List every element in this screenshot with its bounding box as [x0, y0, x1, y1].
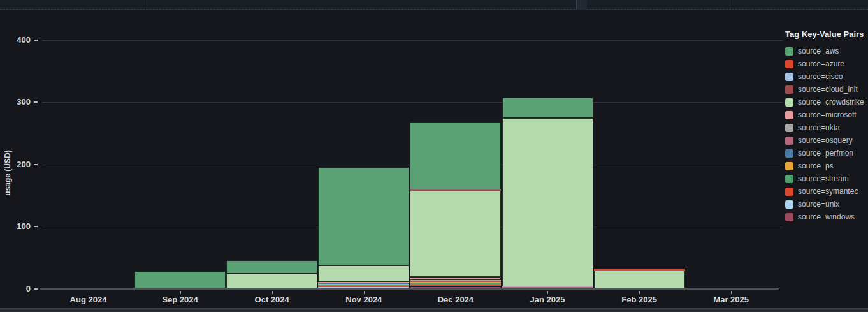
bar-segment-dec-2024-okta[interactable] — [410, 280, 501, 281]
x-tick-label: Sep 2024 — [152, 295, 209, 304]
legend-item-symantec[interactable]: source=symantec — [785, 185, 867, 198]
legend-swatch-icon — [785, 213, 793, 221]
legend-item-label: source=microsoft — [798, 110, 857, 119]
x-tick-mark — [731, 291, 732, 294]
legend-swatch-icon — [785, 98, 793, 107]
legend-item-label: source=unix — [798, 200, 839, 209]
bar-segment-oct-2024-crowdstrike[interactable] — [226, 274, 317, 288]
legend-item-label: source=perfmon — [798, 149, 853, 158]
legend-title: Tag Key-Value Pairs — [785, 29, 867, 39]
bar-segment-sep-2024-aws[interactable] — [134, 271, 226, 288]
y-tick-mark — [34, 226, 38, 227]
legend-items: source=awssource=azuresource=ciscosource… — [785, 45, 867, 223]
legend-swatch-icon — [785, 137, 793, 145]
bar-segment-dec-2024-perfmon[interactable] — [410, 281, 501, 282]
x-tick-label: Feb 2025 — [611, 295, 668, 304]
legend-item-perfmon[interactable]: source=perfmon — [785, 147, 867, 160]
bar-segment-feb-2025-azure[interactable] — [594, 269, 685, 271]
legend-swatch-icon — [785, 124, 793, 132]
bar-segment-dec-2024-crowdstrike[interactable] — [410, 191, 501, 277]
legend-item-label: source=crowdstrike — [798, 98, 864, 107]
x-tick-mark — [547, 291, 548, 294]
x-tick-label: Oct 2024 — [243, 295, 301, 304]
legend-item-label: source=cloud_init — [798, 85, 858, 94]
legend-swatch-icon — [785, 47, 793, 56]
bar-segment-dec-2024-symantec[interactable] — [410, 285, 501, 286]
bar-segment-dec-2024-aws[interactable] — [410, 122, 501, 189]
x-tick-label: Jan 2025 — [519, 295, 576, 304]
chrome-strip-divider — [145, 0, 145, 10]
legend-swatch-icon — [785, 162, 793, 170]
legend-item-okta[interactable]: source=okta — [785, 121, 867, 134]
bottom-scroll-strip[interactable] — [0, 308, 868, 312]
bar-segment-nov-2024-stream[interactable] — [318, 285, 409, 286]
y-gridline — [42, 40, 783, 41]
y-tick-label: 100 — [5, 222, 31, 231]
legend-item-label: source=ps — [798, 161, 834, 170]
legend-item-windows[interactable]: source=windows — [785, 211, 867, 223]
legend: Tag Key-Value Pairs source=awssource=azu… — [785, 29, 867, 223]
legend-swatch-icon — [785, 149, 793, 158]
x-tick-mark — [456, 291, 456, 294]
legend-item-osquery[interactable]: source=osquery — [785, 134, 867, 147]
y-tick-mark — [34, 164, 38, 165]
bar-segment-nov-2024-microsoft[interactable] — [318, 282, 409, 283]
y-tick-mark — [34, 101, 38, 103]
bar-segment-nov-2024-symantec[interactable] — [318, 286, 409, 286]
y-gridline — [42, 102, 783, 103]
legend-item-label: source=symantec — [798, 187, 858, 196]
x-tick-label: Dec 2024 — [427, 295, 484, 304]
legend-item-label: source=azure — [798, 59, 844, 68]
y-tick-label: 0 — [5, 285, 31, 293]
legend-swatch-icon — [785, 188, 793, 196]
browser-chrome-strip — [0, 0, 868, 10]
x-tick-mark — [639, 291, 640, 294]
x-tick-mark — [364, 291, 365, 294]
legend-item-cloud_init[interactable]: source=cloud_init — [785, 83, 867, 96]
legend-item-label: source=aws — [798, 47, 839, 56]
chrome-strip-divider — [732, 0, 732, 10]
legend-item-label: source=osquery — [798, 136, 853, 145]
y-tick-label: 400 — [5, 36, 31, 45]
bar-segment-dec-2024-microsoft[interactable] — [410, 277, 501, 280]
legend-item-label: source=windows — [798, 212, 855, 221]
bar-segment-dec-2024-stream[interactable] — [410, 283, 501, 285]
legend-item-stream[interactable]: source=stream — [785, 172, 867, 185]
bar-segment-nov-2024-aws[interactable] — [318, 167, 409, 266]
y-tick-mark — [34, 288, 38, 290]
legend-item-ps[interactable]: source=ps — [785, 160, 867, 172]
legend-item-label: source=stream — [798, 174, 849, 183]
bar-segment-feb-2025-aws[interactable] — [594, 269, 685, 269]
bar-segment-oct-2024-aws[interactable] — [226, 260, 317, 274]
x-tick-mark — [272, 291, 273, 294]
bar-segment-jan-2025-osquery[interactable] — [502, 287, 593, 288]
legend-item-label: source=okta — [798, 123, 840, 132]
y-axis-title: usage (USD) — [3, 138, 12, 208]
legend-item-azure[interactable]: source=azure — [785, 57, 867, 70]
usage-stacked-bar-chart: usage (USD) 0100200300400Aug 2024Sep 202… — [0, 10, 868, 308]
legend-item-unix[interactable]: source=unix — [785, 198, 867, 211]
x-tick-label: Mar 2025 — [702, 295, 760, 304]
legend-swatch-icon — [785, 60, 793, 68]
x-tick-mark — [89, 291, 89, 294]
bar-segment-nov-2024-unix[interactable] — [318, 287, 409, 288]
legend-item-aws[interactable]: source=aws — [785, 45, 867, 57]
legend-swatch-icon — [785, 73, 793, 81]
y-tick-label: 200 — [5, 160, 31, 169]
legend-item-crowdstrike[interactable]: source=crowdstrike — [785, 96, 867, 108]
y-tick-mark — [34, 40, 38, 41]
legend-swatch-icon — [785, 111, 793, 119]
bar-segment-dec-2024-azure[interactable] — [410, 189, 501, 190]
legend-item-microsoft[interactable]: source=microsoft — [785, 108, 867, 121]
legend-swatch-icon — [785, 200, 793, 209]
bar-segment-jan-2025-microsoft[interactable] — [502, 286, 593, 287]
x-tick-mark — [180, 291, 181, 294]
x-axis-line — [40, 288, 779, 290]
bar-segment-dec-2024-unix[interactable] — [410, 286, 501, 286]
legend-item-cisco[interactable]: source=cisco — [785, 70, 867, 83]
bar-segment-jan-2025-crowdstrike[interactable] — [502, 118, 593, 286]
bar-segment-nov-2024-crowdstrike[interactable] — [318, 265, 409, 281]
bar-segment-jan-2025-aws[interactable] — [502, 98, 593, 118]
bar-segment-feb-2025-crowdstrike[interactable] — [594, 271, 685, 288]
chrome-strip-tab-edge — [576, 0, 587, 10]
